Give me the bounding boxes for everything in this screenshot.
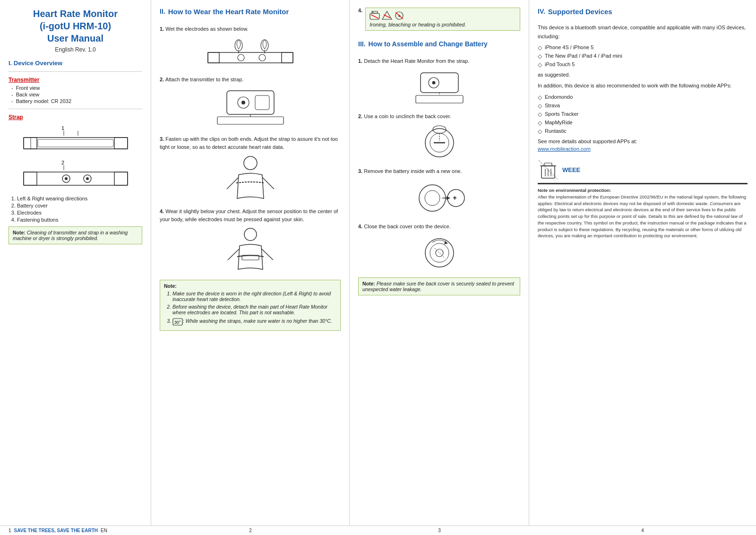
person-wearing-svg — [222, 226, 279, 273]
subtitle: English Rev. 1.0 — [9, 46, 142, 53]
step-2-image — [160, 86, 341, 129]
svg-point-60 — [419, 185, 446, 211]
svg-point-24 — [238, 54, 244, 61]
app-intro: In addition, this device is also recomme… — [538, 81, 747, 90]
strap-diagram-2: 2 — [9, 159, 142, 192]
list-item: ◇The New iPad / iPad 4 / iPad mini — [538, 53, 747, 60]
weee-note: Note on environmental protection: After … — [538, 187, 747, 239]
section-iv-heading: Supported Devices — [548, 8, 612, 16]
col3-step-3: 3. Remove the battery inside with a new … — [358, 167, 520, 217]
devices-intro: This device is a bluetooth smart device,… — [538, 23, 747, 41]
svg-rect-26 — [227, 91, 274, 114]
svg-text:30°: 30° — [174, 320, 181, 325]
section-iv-roman: IV. — [538, 8, 545, 19]
strap-svg-2: 2 — [14, 159, 137, 192]
list-item: -Front view — [9, 85, 142, 91]
list-item: ◇Strava — [538, 103, 747, 109]
iron-icon — [369, 11, 380, 20]
svg-text:1: 1 — [61, 125, 64, 131]
svg-line-37 — [261, 249, 273, 260]
col3-step-2-image — [358, 123, 520, 162]
wet-electrodes-svg — [203, 36, 298, 69]
list-item: Fastening buttons — [17, 217, 142, 223]
ios-device-list: ◇iPhone 4S / iPhone 5 ◇The New iPad / iP… — [538, 44, 747, 68]
list-item: -Battery model: CR 2032 — [9, 98, 142, 104]
strap-svg-1: 1 — [14, 124, 137, 155]
step-1-image — [160, 36, 341, 70]
col3-step-4: 4. Close the back cover onto the device. — [358, 223, 520, 272]
svg-rect-7 — [38, 139, 113, 147]
col3-step-1-image — [358, 68, 520, 107]
svg-point-32 — [244, 156, 257, 170]
book-title: Heart Rate Monitor (i-gotU HRM-10) User … — [9, 8, 142, 44]
svg-rect-4 — [24, 138, 37, 149]
column-1: Heart Rate Monitor (i-gotU HRM-10) User … — [0, 0, 151, 535]
svg-rect-50 — [421, 73, 458, 93]
app-list: ◇Endomondo ◇Strava ◇Sports Tracker ◇MapM… — [538, 94, 747, 135]
list-item: ◇Endomondo — [538, 94, 747, 101]
list-item: ◇iPod Touch 5 — [538, 61, 747, 68]
svg-rect-16 — [114, 172, 128, 185]
svg-point-13 — [65, 177, 68, 180]
svg-line-36 — [228, 249, 240, 260]
column-3: 4. — [350, 0, 529, 535]
section-i-heading: I. Device Overview — [9, 60, 142, 67]
heat-icon: ☀ — [394, 11, 404, 20]
svg-line-34 — [262, 177, 274, 189]
svg-rect-18 — [208, 52, 219, 63]
col3-step-3-image: + — [358, 178, 520, 217]
svg-line-44 — [371, 15, 378, 18]
detach-svg — [406, 68, 472, 106]
svg-rect-11 — [24, 172, 37, 185]
battery-svg: + — [406, 178, 472, 216]
svg-rect-6 — [114, 138, 128, 149]
weee-header: WEEE — [538, 159, 747, 180]
col3-step-1: 1. Detach the Heart Rate Monitor from th… — [358, 57, 520, 107]
svg-text:2: 2 — [61, 160, 64, 165]
svg-point-15 — [86, 177, 89, 180]
list-item: Electrodes — [17, 210, 142, 216]
svg-rect-19 — [282, 52, 293, 63]
svg-point-52 — [432, 81, 435, 84]
svg-rect-10 — [24, 172, 128, 185]
step-4: 4. Wear it slightly below your chest. Ad… — [160, 207, 341, 274]
footer-page1: 1 — [9, 528, 11, 533]
list-item: ◇Sports Tracker — [538, 111, 747, 118]
bleach-icon — [382, 11, 392, 20]
list-item: -Back view — [9, 92, 142, 97]
note-box-col2: Note: Make sure the device is worn in th… — [160, 280, 341, 331]
svg-point-61 — [425, 190, 440, 206]
note-item-3: 30° : While washing the straps, make sur… — [172, 317, 336, 326]
as-suggested: as suggested. — [538, 72, 747, 78]
svg-text:+: + — [453, 195, 456, 201]
footer-page2: 2 — [151, 528, 350, 533]
svg-rect-72 — [544, 163, 552, 166]
weee-section: WEEE Note on environmental protection: A… — [538, 159, 747, 239]
section-iii-roman: III. — [358, 40, 366, 52]
svg-point-35 — [244, 228, 257, 241]
coin-svg — [406, 123, 472, 161]
person-strap-svg — [222, 154, 279, 201]
mobileaction-link[interactable]: www.mobileaction.com — [538, 146, 591, 152]
step-2: 2. Attach the transmitter to the strap. — [160, 76, 341, 130]
footer-lang1: EN — [101, 528, 107, 533]
step-3-image — [160, 154, 341, 202]
svg-line-69 — [435, 248, 444, 258]
svg-rect-29 — [255, 95, 269, 110]
ironing-box: ☀ Ironing, bleaching or heating is prohi… — [365, 8, 520, 31]
see-more-text: See more details about supported APPs at… — [538, 138, 747, 144]
ironing-text: Ironing, bleaching or heating is prohibi… — [369, 22, 516, 27]
step-4-image — [160, 226, 341, 274]
svg-marker-65 — [447, 196, 450, 200]
wash-icon: 30° — [172, 317, 183, 326]
section-ii-roman: II. — [160, 8, 165, 20]
list-item: ◇iPhone 4S / iPhone 5 — [538, 44, 747, 51]
ironing-icons: ☀ — [369, 11, 516, 20]
footer-page3: 3 — [350, 528, 529, 533]
weee-svg — [538, 159, 558, 180]
col3-step-4-image — [358, 233, 520, 272]
transmitter-heading: Transmitter — [9, 77, 142, 83]
svg-point-25 — [259, 54, 266, 61]
note-box-col1: Note: Cleaning of transmitter and strap … — [9, 226, 142, 244]
svg-marker-45 — [382, 11, 392, 19]
